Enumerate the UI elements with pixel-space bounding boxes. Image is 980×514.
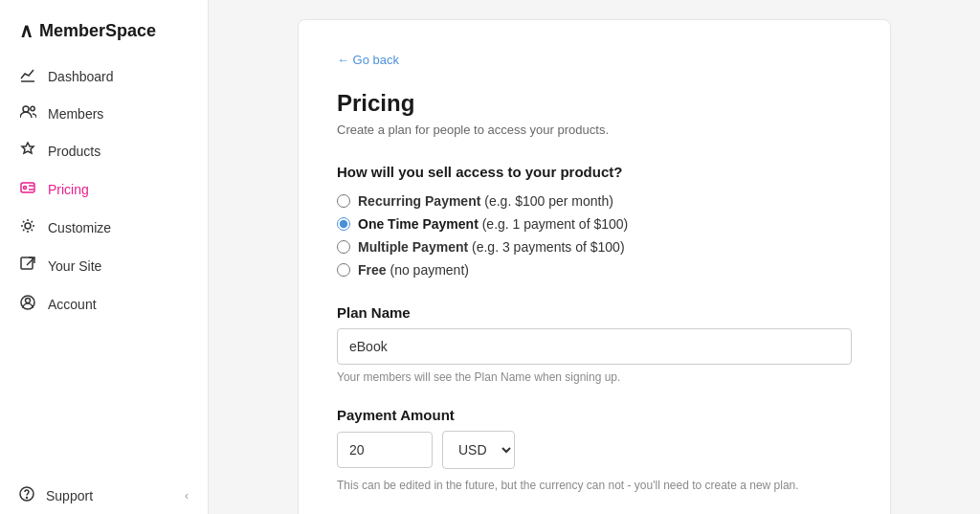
payment-amount-label: Payment Amount: [337, 407, 852, 423]
account-icon: [19, 295, 36, 314]
sidebar-item-label: Your Site: [48, 258, 101, 274]
members-icon: [19, 105, 36, 123]
svg-point-1: [30, 106, 33, 110]
sidebar-item-account[interactable]: Account: [0, 285, 208, 324]
svg-point-10: [26, 299, 31, 303]
free-label: Free: [358, 262, 387, 278]
yoursite-icon: [19, 257, 36, 276]
multiple-radio[interactable]: [337, 240, 350, 254]
multiple-label: Multiple Payment: [358, 239, 468, 255]
logo-text: MemberSpace: [39, 21, 156, 41]
svg-point-12: [27, 498, 28, 499]
sidebar-item-dashboard[interactable]: Dashboard: [0, 57, 208, 96]
logo-icon: ∧: [19, 19, 33, 42]
svg-line-8: [27, 257, 34, 265]
sidebar-item-pricing[interactable]: Pricing: [0, 170, 208, 209]
sidebar: ∧ MemberSpace Dashboard Members: [0, 0, 209, 514]
payment-options: Recurring Payment (e.g. $100 per month) …: [337, 193, 852, 278]
recurring-detail: (e.g. $100 per month): [484, 193, 613, 209]
nav-menu: Dashboard Members Products: [0, 57, 208, 477]
recurring-label: Recurring Payment: [358, 193, 480, 209]
free-radio[interactable]: [337, 263, 350, 277]
payment-amount-row: USD EUR GBP CAD AUD: [337, 431, 852, 469]
dashboard-icon: [19, 67, 36, 86]
svg-point-0: [23, 106, 29, 112]
one-time-radio[interactable]: [337, 217, 350, 231]
svg-point-6: [25, 223, 31, 229]
one-time-label: One Time Payment: [358, 216, 479, 232]
chevron-left-icon: ‹: [185, 489, 189, 503]
option-recurring[interactable]: Recurring Payment (e.g. $100 per month): [337, 193, 852, 209]
customize-icon: [19, 218, 36, 237]
recurring-radio[interactable]: [337, 194, 350, 208]
option-multiple[interactable]: Multiple Payment (e.g. 3 payments of $10…: [337, 239, 852, 255]
sidebar-item-label: Account: [48, 297, 97, 312]
main-content: ← Go back Pricing Create a plan for peop…: [209, 0, 980, 514]
page-title: Pricing: [337, 90, 852, 117]
svg-rect-7: [21, 257, 33, 269]
sidebar-item-products[interactable]: Products: [0, 132, 208, 170]
products-icon: [19, 142, 36, 161]
plan-name-input[interactable]: [337, 328, 852, 365]
sidebar-item-customize[interactable]: Customize: [0, 209, 208, 247]
sidebar-item-label: Products: [48, 144, 100, 159]
free-detail: (no payment): [390, 262, 468, 278]
option-one-time[interactable]: One Time Payment (e.g. 1 payment of $100…: [337, 216, 852, 232]
plan-name-hint: Your members will see the Plan Name when…: [337, 370, 852, 384]
sidebar-item-label: Pricing: [48, 182, 89, 197]
sidebar-item-label: Dashboard: [48, 69, 114, 84]
page-subtitle: Create a plan for people to access your …: [337, 123, 852, 137]
pricing-icon: [19, 180, 36, 199]
logo: ∧ MemberSpace: [0, 0, 208, 57]
payment-hint: This can be edited in the future, but th…: [337, 477, 852, 494]
amount-input[interactable]: [337, 432, 433, 468]
option-free[interactable]: Free (no payment): [337, 262, 852, 278]
sidebar-item-label: Customize: [48, 220, 111, 235]
currency-select[interactable]: USD EUR GBP CAD AUD: [442, 431, 515, 469]
support-icon: [19, 486, 34, 504]
svg-point-3: [24, 187, 27, 190]
sidebar-item-members[interactable]: Members: [0, 96, 208, 132]
sell-question: How will you sell access to your product…: [337, 164, 852, 180]
go-back-link[interactable]: ← Go back: [337, 53, 399, 67]
content-card: ← Go back Pricing Create a plan for peop…: [298, 19, 891, 514]
multiple-detail: (e.g. 3 payments of $100): [472, 239, 625, 255]
sidebar-item-label: Members: [48, 106, 103, 122]
support-label: Support: [46, 488, 93, 503]
sidebar-item-support[interactable]: Support ‹: [0, 477, 208, 514]
one-time-detail: (e.g. 1 payment of $100): [482, 216, 629, 232]
sidebar-item-yoursite[interactable]: Your Site: [0, 247, 208, 285]
plan-name-label: Plan Name: [337, 304, 852, 321]
